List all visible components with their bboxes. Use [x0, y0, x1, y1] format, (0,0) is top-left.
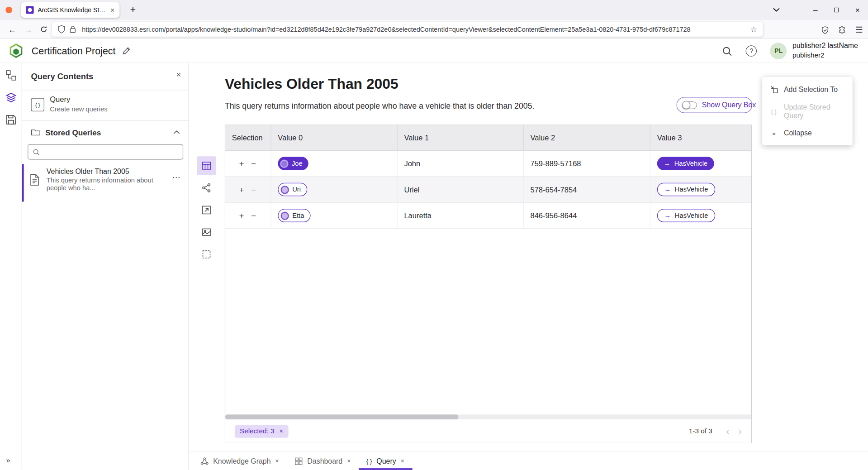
search-icon [33, 148, 40, 155]
stored-queries-header[interactable]: Stored Queries [22, 121, 188, 144]
toggle-switch[interactable] [682, 101, 697, 109]
tab-query[interactable]: { } Query × [359, 452, 413, 470]
url-text: https://dev0028833.esri.com/portal/apps/… [82, 25, 746, 33]
window-controls: – × [805, 0, 868, 20]
toggle-knob [682, 101, 690, 109]
remove-from-selection-button[interactable]: − [251, 211, 256, 221]
cell-selection: + − [225, 177, 271, 202]
selected-indicator [22, 164, 24, 201]
tab-close-icon[interactable]: × [347, 457, 351, 465]
cell-value0: Joe [271, 151, 398, 176]
site-favicon-icon [26, 6, 34, 14]
tab-close-icon[interactable]: × [110, 6, 114, 14]
page-title: Vehicles Older Than 2005 [225, 75, 398, 92]
tab-knowledge-graph[interactable]: Knowledge Graph × [193, 452, 287, 470]
stored-queries-search-input[interactable] [44, 148, 178, 156]
menu-item-label: Collapse [784, 129, 812, 137]
avatar[interactable]: PL [770, 43, 787, 59]
browser-window: ArcGIS Knowledge Studio × + – × ← → [0, 0, 868, 470]
extensions-puzzle-icon[interactable] [837, 25, 847, 35]
table-row[interactable]: + − Joe John 759-889-57168 → HasVehicle [225, 151, 751, 177]
menu-item-label: Add Selection To [784, 85, 838, 93]
reload-button[interactable] [38, 24, 49, 35]
map-icon[interactable] [197, 223, 216, 242]
page-description: This query returns information about peo… [225, 101, 535, 110]
tab-close-icon[interactable]: × [275, 457, 279, 465]
link-chart-icon[interactable] [197, 178, 216, 197]
entity-pill[interactable]: Etta [278, 209, 311, 222]
cell-value1: Uriel [398, 177, 524, 202]
edit-title-pencil-icon[interactable] [122, 47, 131, 56]
clear-selection-icon[interactable]: × [279, 427, 283, 435]
expand-rail-icon[interactable]: » [6, 456, 10, 464]
show-query-box-toggle[interactable]: Show Query Box [677, 97, 753, 113]
data-model-icon[interactable] [5, 70, 16, 81]
lock-icon[interactable] [70, 25, 77, 33]
table-row[interactable]: + − Etta Lauretta 846-956-8644 → HasVehi… [225, 203, 751, 229]
selection-tool-icon[interactable] [197, 245, 216, 264]
browser-tab[interactable]: ArcGIS Knowledge Studio × [21, 2, 120, 18]
remove-from-selection-button[interactable]: − [251, 185, 256, 194]
item-options-ellipsis-icon[interactable]: ⋯ [172, 173, 181, 182]
table-row[interactable]: + − Uri Uriel 578-654-7854 → HasVehicle [225, 177, 751, 203]
entity-pill[interactable]: Uri [278, 183, 307, 196]
user-menu[interactable]: PL publisher2 lastName publisher2 [770, 42, 858, 60]
open-chart-icon[interactable] [197, 201, 216, 220]
relationship-pill[interactable]: → HasVehicle [657, 183, 716, 196]
tab-dashboard[interactable]: Dashboard × [287, 452, 359, 470]
tab-list-chevron-icon[interactable] [773, 8, 780, 12]
maximize-button[interactable] [826, 0, 847, 20]
header-actions: ? PL publisher2 lastName publisher2 [722, 39, 858, 63]
entity-label: Uri [292, 186, 301, 193]
cell-value0: Uri [271, 177, 398, 202]
cell-text: John [404, 159, 420, 168]
scrollbar-thumb[interactable] [225, 414, 458, 419]
menu-item-label: Update Stored Query [784, 103, 845, 120]
table-header-row: Selection Value 0 Value 1 Value 2 Value … [225, 125, 751, 151]
next-page-icon: › [739, 427, 742, 436]
new-query-item[interactable]: { } Query Create new queries [22, 90, 188, 120]
tracking-shield-icon[interactable] [57, 25, 65, 34]
bookmark-star-icon[interactable]: ☆ [750, 25, 757, 34]
help-icon[interactable]: ? [746, 45, 757, 56]
menu-item-add-selection-to[interactable]: Add Selection To [762, 79, 852, 101]
selected-count-chip[interactable]: Selected: 3 × [235, 425, 288, 437]
user-name: publisher2 lastName [792, 42, 858, 51]
remove-from-selection-button[interactable]: − [251, 159, 256, 168]
entity-pill[interactable]: Joe [278, 157, 308, 170]
horizontal-scrollbar[interactable] [225, 414, 751, 419]
add-to-selection-button[interactable]: + [239, 211, 244, 221]
add-to-selection-button[interactable]: + [239, 159, 244, 168]
close-button[interactable]: × [847, 0, 868, 20]
add-to-selection-button[interactable]: + [239, 185, 244, 194]
cell-value1: John [398, 151, 524, 176]
new-tab-button[interactable]: + [126, 3, 139, 16]
tab-close-icon[interactable]: × [400, 457, 404, 465]
contents-layers-icon[interactable] [5, 92, 16, 103]
stored-queries-search[interactable] [28, 144, 183, 159]
panel-close-icon[interactable]: × [176, 70, 181, 79]
url-bar[interactable]: https://dev0028833.esri.com/portal/apps/… [52, 22, 763, 37]
stored-query-description: This query returns information about peo… [47, 177, 162, 192]
user-username: publisher2 [792, 51, 858, 60]
menu-item-collapse[interactable]: » Collapse [762, 122, 852, 144]
save-icon[interactable] [5, 114, 16, 125]
arcgis-knowledge-logo [8, 43, 24, 58]
relationship-pill[interactable]: → HasVehicle [657, 157, 714, 170]
search-icon[interactable] [722, 46, 732, 56]
chevron-up-icon[interactable] [173, 130, 180, 135]
minimize-button[interactable]: – [805, 0, 826, 20]
relationship-pill[interactable]: → HasVehicle [657, 209, 716, 222]
entity-label: Joe [292, 159, 303, 167]
table-footer: Selected: 3 × 1-3 of 3 ‹ › [225, 419, 751, 442]
tab-title: ArcGIS Knowledge Studio [38, 7, 106, 14]
toggle-label: Show Query Box [702, 101, 756, 109]
menu-hamburger-icon[interactable]: ☰ [854, 25, 864, 35]
dashboard-icon [294, 457, 303, 465]
stored-query-list-item[interactable]: Vehicles Older Than 2005 This query retu… [22, 164, 188, 201]
arrow-right-icon: → [664, 159, 670, 167]
back-button[interactable]: ← [7, 24, 18, 35]
table-view-icon[interactable] [197, 156, 216, 175]
shield-icon[interactable] [820, 25, 830, 35]
menu-item-update-stored-query: { } Update Stored Query [762, 101, 852, 122]
